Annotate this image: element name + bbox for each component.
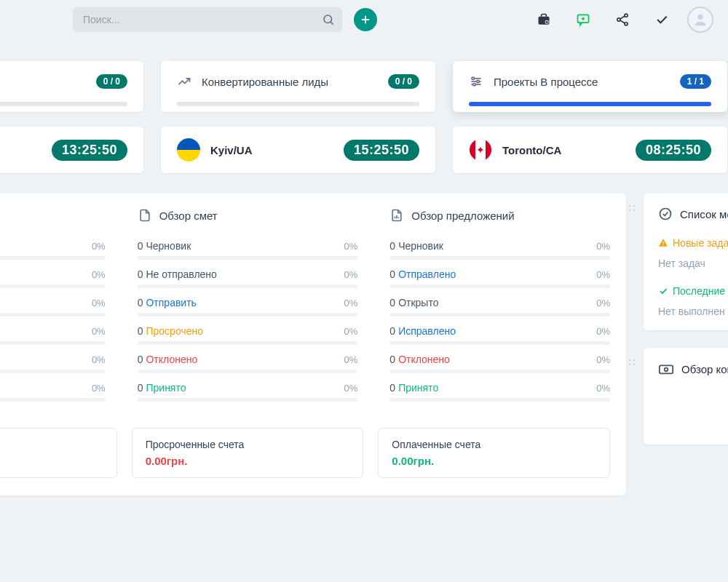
status-row[interactable]: 0% [0,382,106,402]
svg-point-38 [665,368,668,372]
svg-point-27 [633,205,636,207]
stat-badge: 0 / 0 [96,74,127,89]
row-progress [0,370,106,373]
status-row[interactable]: 0% [0,354,106,373]
stat-card[interactable]: Конвертированные лиды 0 / 0 [161,61,435,112]
column-title: Обзор предложений [411,210,514,222]
row-percent: 0% [344,354,358,365]
row-percent: 0% [92,383,106,394]
overview-column: 0% 0% 0% 0% 0% [0,208,122,410]
status-row[interactable]: 0Черновик 0% [389,240,610,260]
row-progress [138,341,358,345]
row-label: Черновик [398,240,443,252]
row-count: 0 [138,382,143,394]
row-percent: 0% [92,241,106,252]
svg-line-13 [620,16,625,19]
overview-column: Обзор предложений 0Черновик 0% 0Отправле… [373,208,626,410]
row-percent: 0% [596,354,610,365]
status-row[interactable]: 0Принято 0% [389,382,610,402]
row-count: 0 [138,297,143,308]
row-percent: 0% [92,326,106,337]
row-progress [0,284,106,288]
total-value: 0.00грн. [146,455,350,467]
stat-card[interactable]: и оплаты 0 / 0 [0,61,143,112]
total-box[interactable]: Оплаченные счета 0.00грн. [378,428,610,478]
clock-time: 08:25:50 [636,140,711,161]
briefcase-icon[interactable] [530,6,558,33]
check-icon[interactable] [648,6,676,33]
drag-handle-icon[interactable] [628,204,636,212]
stat-icon [177,74,191,89]
flag-ua-icon [177,138,200,162]
conversion-card: Обзор кон Клиен [644,348,728,445]
row-label: Отправить [146,297,196,308]
search-icon[interactable] [322,13,335,26]
status-row[interactable]: 0Отправить 0% [138,297,358,316]
status-row[interactable]: 0Отклонено 0% [389,354,610,373]
clock-row: 13:25:50 Kyiv/UA 15:25:50✦ Toronto/CA 08… [0,112,728,173]
conversion-title: Обзор кон [681,363,728,375]
status-row[interactable]: 0Отклонено 0% [138,354,358,373]
chat-icon[interactable] [569,6,597,33]
svg-point-29 [633,210,636,212]
avatar[interactable] [687,7,713,33]
row-label: Исправлено [398,325,456,337]
search-input[interactable] [73,7,342,32]
drag-handle-icon[interactable] [628,358,636,367]
clock-card: 13:25:50 [0,127,143,173]
total-title: Оплаченные счета [392,439,596,450]
row-percent: 0% [92,269,106,280]
status-row[interactable]: 0Открыто 0% [389,297,610,316]
row-percent: 0% [596,241,610,252]
status-row[interactable]: 0% [0,240,106,260]
row-count: 0 [389,354,395,365]
stat-card[interactable]: Проекты В процессе 1 / 1 [453,61,727,112]
search-wrap [73,7,342,32]
row-progress [138,370,358,373]
row-percent: 0% [596,383,610,394]
file-icon [389,208,404,223]
row-count: 0 [389,240,395,252]
status-row[interactable]: 0% [0,268,106,288]
clock-card: Kyiv/UA 15:25:50 [161,127,435,173]
status-row[interactable]: 0Принято 0% [138,382,358,402]
stat-badge: 1 / 1 [680,74,711,89]
row-count: 0 [138,325,143,337]
svg-point-26 [629,205,631,207]
status-row[interactable]: 0% [0,297,106,316]
status-row[interactable]: 0Не отправлено 0% [138,268,358,288]
row-label: Отправлено [398,268,456,280]
main: 0% 0% 0% 0% 0% [0,173,728,495]
share-icon[interactable] [609,6,636,33]
new-tasks-heading: Новые зада [658,237,728,249]
overview-card: 0% 0% 0% 0% 0% [0,194,626,495]
status-row[interactable]: 0% [0,325,106,345]
clock-time: 13:25:50 [52,140,127,161]
status-row[interactable]: 0Просрочено 0% [138,325,358,345]
status-row[interactable]: 0Исправлено 0% [389,325,610,345]
total-box[interactable]: Просроченные счета 0.00грн. [132,428,364,478]
add-button[interactable] [354,8,377,31]
clock-card: ✦ Toronto/CA 08:25:50 [453,127,727,173]
stat-icon [469,74,483,89]
row-label: Отклонено [398,354,450,365]
flag-ca-icon: ✦ [469,138,492,162]
overview-column: Обзор смет 0Черновик 0% 0Не отправлено 0… [122,208,374,410]
status-row[interactable]: 0Отправлено 0% [389,268,610,288]
row-progress [389,341,610,345]
row-percent: 0% [344,298,358,308]
tasks-card: Список мо Новые зада Нет задач Последние… [644,194,728,330]
stat-progress [469,102,711,106]
svg-line-14 [620,20,625,23]
svg-point-15 [697,15,703,20]
svg-rect-31 [662,242,663,244]
svg-point-6 [546,21,548,23]
stat-progress [0,102,127,106]
status-row[interactable]: 0Черновик 0% [138,240,358,260]
row-progress [138,284,358,288]
clock-label: Toronto/CA [502,144,625,156]
row-count: 0 [138,354,143,365]
column-title: Обзор смет [159,210,218,222]
row-label: Отклонено [146,354,197,365]
total-box[interactable] [0,428,117,478]
